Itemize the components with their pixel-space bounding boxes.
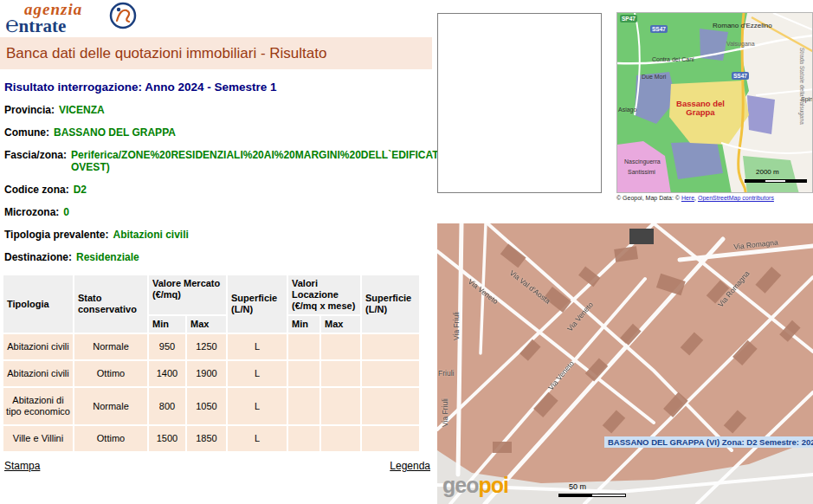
cell-tipologia: Abitazioni civili xyxy=(3,334,73,359)
subcol-min-mercato: Min xyxy=(149,316,185,333)
cell-superficie-2 xyxy=(362,361,419,386)
field-value: Abitazioni civili xyxy=(113,229,188,241)
col-superficie-2: Superficie (L/N) xyxy=(362,275,419,333)
cell-superficie-1: L xyxy=(228,361,287,386)
cell-vm-max: 1050 xyxy=(187,388,226,424)
cell-tipologia: Abitazioni di tipo economico xyxy=(3,388,73,424)
result-heading: Risultato interrogazione: Anno 2024 - Se… xyxy=(4,81,433,94)
geopoi-logo-geo: geo xyxy=(442,473,478,497)
field-value: D2 xyxy=(74,184,87,196)
cell-vm-min: 1400 xyxy=(149,361,185,386)
cell-stato: Normale xyxy=(74,388,147,424)
cell-vl-min xyxy=(288,361,319,386)
cell-vm-min: 1500 xyxy=(149,426,185,451)
street-label-via-friuli: Via Friuli xyxy=(452,312,461,340)
col-valore-mercato: Valore Mercato (€/mq) xyxy=(149,275,226,314)
field-value: 0 xyxy=(63,206,69,218)
cell-stato: Ottimo xyxy=(74,426,147,451)
detail-scale-text: 50 m xyxy=(569,482,586,491)
legend-panel xyxy=(437,13,602,193)
field-label: Microzona: xyxy=(4,206,59,218)
street-label-via-friuli: Via Friuli xyxy=(441,398,449,427)
agenzia-emblem-icon xyxy=(109,2,137,33)
cell-superficie-2 xyxy=(362,334,419,359)
cell-stato: Normale xyxy=(74,334,147,359)
subcol-min-locazione: Min xyxy=(288,316,319,333)
field-comune: Comune: BASSANO DEL GRAPPA xyxy=(4,126,433,139)
detail-map-canvas xyxy=(437,223,813,504)
result-fields: Provincia: VICENZA Comune: BASSANO DEL G… xyxy=(4,104,433,263)
agenzia-entrate-logo: agenzia ℮ntrate xyxy=(3,2,151,36)
field-label: Comune: xyxy=(4,126,49,139)
col-valori-locazione: Valori Locazione (€/mq x mese) xyxy=(288,275,360,314)
field-label: Codice zona: xyxy=(4,184,69,196)
cell-superficie-1: L xyxy=(228,388,287,424)
field-value: BASSANO DEL GRAPPA xyxy=(54,126,176,139)
detail-scale-bar xyxy=(558,494,626,497)
table-row: Abitazioni civili Ottimo 1400 1900 L xyxy=(3,361,419,386)
map-label-santissimi: Santissimi xyxy=(628,169,655,175)
legenda-link[interactable]: Legenda xyxy=(390,460,430,472)
overview-map[interactable]: SP47 SS47 SS47 Romano d'Ezzelino Valsuga… xyxy=(616,12,813,193)
cell-vm-max: 1250 xyxy=(187,334,226,359)
cell-tipologia: Abitazioni civili xyxy=(3,361,73,386)
field-label: Provincia: xyxy=(4,104,55,116)
cell-superficie-1: L xyxy=(228,426,287,451)
field-label: Destinazione: xyxy=(4,251,72,263)
logo-e-glyph: ℮ xyxy=(5,12,19,37)
cell-superficie-2 xyxy=(362,388,419,424)
field-label: Tipologia prevalente: xyxy=(4,229,108,241)
table-row: Abitazioni di tipo economico Normale 800… xyxy=(3,388,419,424)
table-row: Ville e Villini Ottimo 1500 1850 L xyxy=(3,426,419,451)
field-tipologia-prevalente: Tipologia prevalente: Abitazioni civili xyxy=(4,229,433,241)
map-label-asiago: Asiago xyxy=(618,107,636,113)
road-shield-sp: SP47 xyxy=(620,15,637,23)
attrib-prefix: © Geopoi, Map Data: © xyxy=(616,195,681,201)
field-destinazione: Destinazione: Residenziale xyxy=(4,251,433,263)
map-attribution: © Geopoi, Map Data: © Here, OpenStreetMa… xyxy=(616,195,813,201)
cell-vm-max: 1900 xyxy=(187,361,226,386)
cell-vm-min: 950 xyxy=(149,334,185,359)
cell-vl-max xyxy=(321,361,360,386)
field-microzona: Microzona: 0 xyxy=(4,206,433,218)
stampa-link[interactable]: Stampa xyxy=(4,460,40,472)
field-value: Residenziale xyxy=(76,251,139,263)
page-title: Banca dati delle quotazioni immobiliari … xyxy=(0,37,432,69)
city-line2: Grappa xyxy=(686,107,714,117)
field-provincia: Provincia: VICENZA xyxy=(4,104,433,116)
cell-vl-min xyxy=(288,426,319,451)
cell-vl-max xyxy=(321,334,360,359)
cell-tipologia: Ville e Villini xyxy=(3,426,73,451)
table-row: Abitazioni civili Normale 950 1250 L xyxy=(3,334,419,359)
attrib-osm-link[interactable]: OpenStreetMap contributors xyxy=(698,195,774,201)
map-label-valsugana: Valsugana xyxy=(726,41,755,47)
field-label: Fascia/zona: xyxy=(4,149,67,173)
geopoi-logo-poi: poi xyxy=(478,473,508,497)
cell-vm-max: 1850 xyxy=(187,426,226,451)
overview-scale-text: 2000 m xyxy=(756,168,779,176)
zone-detail-map[interactable]: Via Friuli Via Friuli Friuli Via Val d'A… xyxy=(437,223,813,504)
map-label-nascinguerra: Nascinguerra xyxy=(624,158,661,165)
road-shield-ss47: SS47 xyxy=(732,72,749,80)
cell-stato: Ottimo xyxy=(74,361,147,386)
cell-vl-max xyxy=(321,388,360,424)
attrib-here-link[interactable]: Here xyxy=(681,195,694,201)
col-tipologia: Tipologia xyxy=(3,275,73,333)
field-value: VICENZA xyxy=(59,104,105,116)
road-shield-ss47: SS47 xyxy=(650,25,668,33)
map-label-strada-statale: Strada Statale della Valsugana xyxy=(799,48,805,125)
footer-links: Stampa Legenda xyxy=(4,460,430,472)
quotazioni-table: Tipologia Stato conservativo Valore Merc… xyxy=(2,274,421,453)
field-codice-zona: Codice zona: D2 xyxy=(4,184,433,196)
geopoi-logo: geopoi xyxy=(442,473,508,498)
cell-vl-min xyxy=(288,388,319,424)
map-label-spin: Spin xyxy=(801,96,813,102)
col-superficie-1: Superficie (L/N) xyxy=(228,275,287,333)
street-label-friuli: Friuli xyxy=(438,369,454,378)
subcol-max-locazione: Max xyxy=(321,316,360,333)
left-pane: agenzia ℮ntrate Banca dati delle quotazi… xyxy=(0,0,433,472)
zone-info-badge: BASSANO DEL GRAPPA (VI) Zona: D2 Semestr… xyxy=(604,436,813,448)
cell-superficie-2 xyxy=(362,426,419,451)
logo-entrate-rest: ntrate xyxy=(19,16,67,36)
cell-vm-min: 800 xyxy=(149,388,185,424)
